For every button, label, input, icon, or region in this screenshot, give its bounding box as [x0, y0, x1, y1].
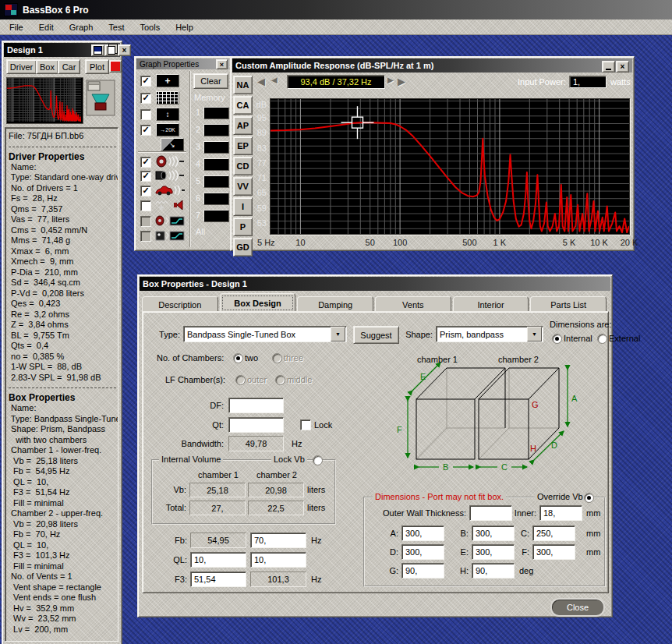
cursor-left-icon[interactable]: ◀ [271, 76, 278, 84]
car-response-icon[interactable] [155, 184, 186, 198]
split-graph-icon[interactable]: ↘ [161, 138, 184, 151]
frequency-range-toggle[interactable] [140, 125, 151, 136]
speaker-response-toggle[interactable] [140, 157, 151, 168]
vent-response-toggle[interactable] [140, 171, 151, 182]
dialog-tab[interactable]: Parts List [530, 296, 607, 313]
frequency-range-20k-icon[interactable]: →20K [156, 123, 179, 136]
ql-chamber2-field[interactable] [250, 552, 306, 568]
property-line: P-Dia = 210, mm [9, 267, 118, 278]
shape-dropdown[interactable]: Prism, bandpass ▼ [436, 326, 543, 342]
vertical-scale-icon[interactable]: ↕ [156, 108, 179, 121]
dim-a-field[interactable] [401, 525, 444, 541]
crossover-network-toggle[interactable] [140, 200, 151, 211]
cursor-right-icon[interactable]: ▶ [387, 76, 394, 84]
grid-toggle[interactable] [140, 93, 151, 104]
dim-h-field[interactable] [472, 563, 515, 579]
df-field[interactable] [228, 398, 284, 413]
tab-car[interactable]: Car [58, 59, 80, 74]
cursor-left-fast-icon[interactable]: ◀ [257, 76, 265, 87]
car-response-toggle[interactable] [140, 186, 151, 196]
speaker-curve-icon[interactable] [155, 214, 186, 228]
design-close-button[interactable]: × [118, 44, 131, 56]
dialog-tab[interactable]: Interior [453, 296, 529, 313]
lock-vb-radio[interactable] [313, 455, 323, 465]
menu-item[interactable]: Edit [31, 21, 62, 34]
memory-slot-button[interactable] [203, 141, 229, 154]
vent-response-icon[interactable] [155, 169, 186, 183]
chevron-down-icon[interactable]: ▼ [331, 327, 345, 341]
copy-button[interactable] [104, 44, 118, 56]
three-chambers-radio[interactable] [272, 353, 282, 363]
menu-item[interactable]: Graph [62, 21, 101, 34]
internal-radio[interactable] [552, 334, 562, 344]
tab-box[interactable]: Box [36, 59, 58, 74]
memory-slot-button[interactable] [203, 124, 229, 136]
plot-area[interactable] [270, 98, 630, 235]
save-button[interactable] [91, 44, 104, 56]
amplitude-response-chart[interactable] [271, 99, 629, 234]
plot-color-swatch[interactable] [109, 60, 122, 73]
ql-chamber1-field[interactable] [190, 552, 246, 568]
cursor-right-fast-icon[interactable]: ▶ [398, 76, 405, 87]
outer-wall-thickness-field[interactable] [469, 505, 512, 521]
crossover-network-icon[interactable] [155, 199, 186, 213]
graph-close-button[interactable]: × [616, 61, 629, 73]
memory-slot-button[interactable] [203, 193, 229, 205]
memory-slot-button[interactable] [203, 107, 229, 119]
menu-item[interactable]: Help [168, 21, 201, 34]
graph-side-tab[interactable]: GD [233, 238, 253, 257]
tab-driver[interactable]: Driver [6, 59, 37, 74]
dialog-tab[interactable]: Vents [375, 296, 451, 313]
speaker-response-icon[interactable] [155, 155, 186, 169]
vertical-scale-toggle[interactable] [140, 109, 151, 120]
property-line: Mms = 71,48 g [9, 235, 118, 246]
input-power-field[interactable] [569, 76, 607, 88]
menu-item[interactable]: Test [101, 21, 132, 34]
speaker-curve-toggle[interactable] [140, 216, 151, 227]
chevron-down-icon[interactable]: ▼ [527, 327, 542, 341]
f3-chamber1-field[interactable] [190, 571, 246, 587]
dialog-tab[interactable]: Damping [297, 296, 373, 313]
clear-button[interactable]: Clear [193, 73, 228, 89]
dialog-title: Box Properties - Design 1 [143, 279, 247, 288]
override-vb-radio[interactable] [584, 493, 594, 503]
plot-button[interactable]: Plot [85, 59, 109, 74]
inner-wall-field[interactable] [539, 505, 582, 521]
crosshair-toggle[interactable] [140, 76, 151, 87]
box-curve-icon[interactable] [155, 229, 186, 243]
graph-side-tab[interactable]: NA [233, 76, 253, 94]
dialog-tab[interactable]: Description [142, 296, 218, 313]
minimize-button[interactable] [602, 61, 615, 73]
property-line: Qms = 7,357 [9, 204, 118, 215]
menu-item[interactable]: File [2, 21, 31, 34]
dialog-tab[interactable]: Box Design [220, 293, 296, 313]
type-dropdown[interactable]: Bandpass Single-Tuned Box ▼ [183, 326, 347, 342]
outer-radio[interactable] [235, 375, 246, 385]
dim-b-field[interactable] [472, 525, 515, 541]
memory-slot-button[interactable] [203, 175, 229, 188]
fb-chamber2-field[interactable] [250, 533, 306, 548]
dim-e-field[interactable] [472, 544, 515, 560]
lock-checkbox[interactable] [300, 419, 311, 430]
memory-all-label[interactable]: All [196, 227, 205, 236]
app-title: BassBox 6 Pro [23, 5, 89, 16]
dim-c-field[interactable] [532, 525, 575, 541]
qt-field[interactable] [228, 417, 284, 433]
menu-item[interactable]: Tools [132, 21, 168, 34]
dim-g-field[interactable] [401, 563, 444, 579]
box-curve-toggle[interactable] [140, 231, 151, 242]
memory-slot-button[interactable] [203, 158, 229, 171]
crosshair-icon[interactable]: + [156, 74, 179, 87]
two-chambers-radio[interactable] [233, 353, 243, 363]
middle-radio[interactable] [275, 375, 285, 385]
dim-f-field[interactable] [532, 544, 575, 560]
memory-slot-button[interactable] [203, 210, 229, 222]
palette-close-button[interactable]: × [216, 59, 228, 69]
external-radio[interactable] [597, 334, 607, 344]
property-line: QL = 10, [9, 540, 118, 551]
close-button[interactable]: Close [550, 598, 605, 617]
dim-d-field[interactable] [401, 544, 444, 560]
grid-icon[interactable] [156, 91, 179, 104]
suggest-button[interactable]: Suggest [353, 326, 399, 344]
property-line: Hv = 352,9 mm [9, 603, 118, 614]
